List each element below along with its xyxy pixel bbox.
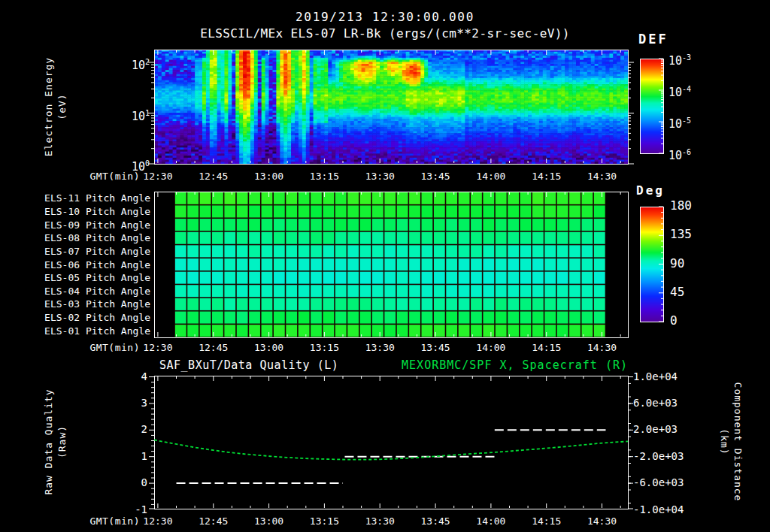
line-plot-frame [155, 376, 629, 509]
flux-colorbar-frame [641, 59, 664, 154]
axis-ticks [148, 50, 663, 509]
pitch-panel-frame [155, 192, 629, 338]
spectrogram-frame [155, 50, 629, 165]
axes-overlay [0, 0, 770, 532]
plot-page: 2019/213 12:30:00.000 ELSSCIL/MEx ELS-07… [0, 0, 770, 532]
